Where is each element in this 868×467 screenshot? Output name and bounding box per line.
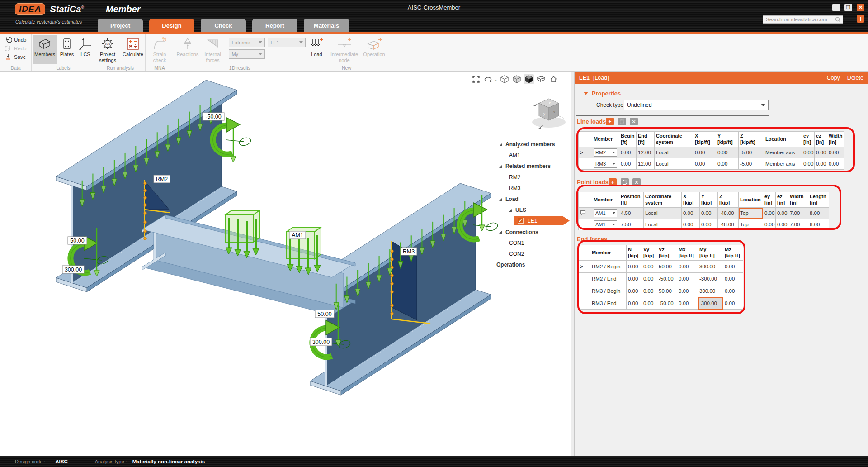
cell[interactable]: -48.00 xyxy=(718,219,739,230)
cell[interactable]: 12.00 xyxy=(637,147,655,158)
members-button[interactable]: Members xyxy=(33,35,57,64)
cell[interactable]: 0.00 xyxy=(776,208,788,219)
cell[interactable]: 0.00 xyxy=(693,158,716,170)
cell[interactable]: -5.00 xyxy=(739,158,764,170)
delete-load-button[interactable]: Delete xyxy=(847,75,863,81)
wireframe-view-icon[interactable] xyxy=(500,74,509,84)
cell[interactable]: 0.00 xyxy=(776,219,788,230)
checkbox-checked-icon[interactable]: ✓ xyxy=(518,218,524,224)
undo-button[interactable]: Undo xyxy=(3,36,28,44)
tab-design[interactable]: Design xyxy=(149,19,194,32)
cell[interactable]: 0.00 xyxy=(682,208,700,219)
cell[interactable]: 50.00 xyxy=(657,285,677,297)
member-cell[interactable]: AM1 xyxy=(592,219,619,230)
row-handle[interactable] xyxy=(579,219,592,230)
cell[interactable]: 0.00 xyxy=(723,273,743,285)
cell[interactable]: 0.00 xyxy=(802,158,815,170)
tree-item-con2[interactable]: CON2 xyxy=(496,248,571,259)
member-cell[interactable]: RM3 / Begin xyxy=(590,285,627,297)
cell[interactable]: 7.00 xyxy=(788,208,808,219)
cell[interactable]: 0.00 xyxy=(627,297,642,310)
cell[interactable]: Member axis xyxy=(764,147,802,158)
lcs-button[interactable]: LCS xyxy=(77,35,94,64)
cell[interactable]: 7.50 xyxy=(619,219,644,230)
internal-forces-button[interactable]: Internal forces xyxy=(200,35,226,64)
operation-button[interactable]: Operation xyxy=(362,35,387,64)
cell[interactable]: 0.00 xyxy=(677,261,698,273)
save-button[interactable]: Save xyxy=(3,53,28,61)
intermediate-node-button[interactable]: Intermediate node xyxy=(328,35,361,64)
cell[interactable]: 0.00 xyxy=(827,147,844,158)
solid-view-icon[interactable] xyxy=(524,74,534,84)
tree-item-operations[interactable]: Operations xyxy=(496,259,571,270)
cell[interactable]: 12.00 xyxy=(637,158,655,170)
collapse-icon[interactable] xyxy=(584,92,588,95)
cell[interactable]: 8.00 xyxy=(808,219,829,230)
expander-icon[interactable] xyxy=(499,165,502,168)
cell[interactable]: 0.00 xyxy=(642,273,657,285)
cell[interactable]: Top xyxy=(739,219,763,230)
cell[interactable]: 0.00 xyxy=(802,147,815,158)
tab-project[interactable]: Project xyxy=(98,19,143,32)
cell[interactable]: -50.00 xyxy=(657,297,677,310)
add-line-load-button[interactable]: + xyxy=(606,118,614,125)
cell[interactable]: -300.00 xyxy=(698,297,723,310)
cell[interactable]: 0.00 xyxy=(642,285,657,297)
close-button[interactable]: ✕ xyxy=(857,4,864,11)
cell[interactable]: 0.00 xyxy=(716,158,739,170)
cell[interactable]: 4.50 xyxy=(619,208,644,219)
chevron-down-icon[interactable]: ⌄ xyxy=(494,77,497,82)
tree-item-rm3[interactable]: RM3 xyxy=(496,183,571,194)
row-handle[interactable] xyxy=(579,273,590,285)
cell[interactable]: Local xyxy=(655,147,693,158)
rotate-view-icon[interactable] xyxy=(483,74,493,84)
cell[interactable]: 0.00 xyxy=(627,273,642,285)
zoom-fit-icon[interactable] xyxy=(471,74,481,84)
cell[interactable]: 0.00 xyxy=(642,297,657,310)
add-point-load-button[interactable]: + xyxy=(609,178,617,186)
cell[interactable]: Local xyxy=(644,219,682,230)
navigation-cube[interactable]: zyx xyxy=(530,92,570,136)
selected-load-banner[interactable]: ✓ LE1 xyxy=(514,216,570,225)
copy-point-load-button[interactable] xyxy=(621,178,629,186)
tree-item-am1[interactable]: AM1 xyxy=(496,150,571,161)
cell[interactable]: -300.00 xyxy=(698,273,723,285)
redo-button[interactable]: Redo xyxy=(3,44,28,52)
row-handle[interactable]: > xyxy=(579,261,590,273)
cell[interactable]: 0.00 xyxy=(693,147,716,158)
tree-item-rm2[interactable]: RM2 xyxy=(496,172,571,183)
cell[interactable]: Local xyxy=(655,158,693,170)
tree-item-uls[interactable]: ULS xyxy=(496,205,571,215)
member-cell[interactable]: AM1 xyxy=(592,208,619,219)
cell[interactable]: 0.00 xyxy=(682,219,700,230)
tree-item-analyzed-members[interactable]: Analyzed members xyxy=(496,139,571,150)
panel-divider[interactable] xyxy=(571,72,575,456)
section-view-icon[interactable] xyxy=(536,74,546,84)
member-cell[interactable]: RM3 / End xyxy=(590,297,627,310)
cell[interactable]: 0.00 xyxy=(627,261,642,273)
loadcase-select[interactable]: LE1 xyxy=(268,38,306,47)
member-cell[interactable]: RM2 xyxy=(592,147,619,158)
cell[interactable]: Local xyxy=(644,208,682,219)
cell[interactable]: 8.00 xyxy=(808,208,829,219)
cell[interactable]: -50.00 xyxy=(657,273,677,285)
tree-item-con1[interactable]: CON1 xyxy=(496,238,571,248)
calculate-button[interactable]: Calculate xyxy=(121,35,145,64)
member-cell[interactable]: RM2 / End xyxy=(590,273,627,285)
tab-report[interactable]: Report xyxy=(252,19,297,32)
copy-line-load-button[interactable] xyxy=(618,118,626,125)
cell[interactable]: Member axis xyxy=(764,158,802,170)
cell[interactable]: 300.00 xyxy=(698,261,723,273)
check-type-select[interactable]: Undefined xyxy=(624,100,769,110)
expander-icon[interactable] xyxy=(499,143,502,146)
search-input[interactable] xyxy=(763,15,843,24)
expander-icon[interactable] xyxy=(499,230,502,234)
cell[interactable]: 0.00 xyxy=(723,285,743,297)
row-handle[interactable] xyxy=(579,285,590,297)
cell[interactable]: 0.00 xyxy=(619,158,637,170)
tree-item-connections[interactable]: Connections xyxy=(496,227,571,238)
tree-item-le1[interactable]: ✓ LE1 xyxy=(496,215,571,226)
cell[interactable]: 0.00 xyxy=(700,208,718,219)
tree-item-related-members[interactable]: Related members xyxy=(496,161,571,172)
load-button[interactable]: Load xyxy=(307,35,327,64)
